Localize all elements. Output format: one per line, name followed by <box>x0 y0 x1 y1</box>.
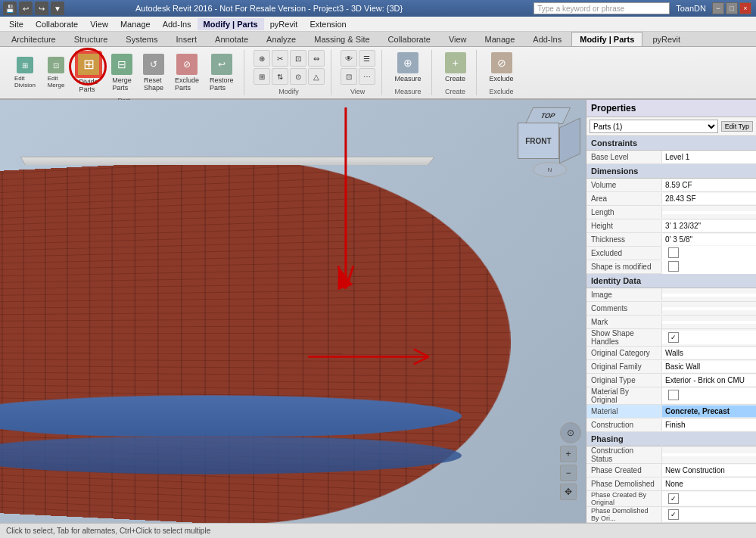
status-text: Click to select, Tab for alternates, Ctr… <box>6 527 210 535</box>
nav-tools: ⊙ + − ✥ <box>560 422 581 500</box>
prop-row-volume: Volume 8.59 CF <box>586 179 756 192</box>
modify-btn-5[interactable]: ⊞ <box>254 68 270 85</box>
edit-merge-btn[interactable]: ⊡ EditMerge <box>42 54 70 91</box>
tab-modify-parts[interactable]: Modify | Parts <box>571 32 642 46</box>
section-identity: Identity Data <box>586 274 756 288</box>
tab-systems[interactable]: Systems <box>117 32 166 46</box>
material-by-original-checkbox[interactable] <box>668 390 679 400</box>
prop-value-show-handles <box>662 331 756 344</box>
menu-extension[interactable]: Extension <box>303 18 352 30</box>
prop-value-comments[interactable] <box>662 307 756 310</box>
reset-shape-label: ResetShape <box>144 76 163 92</box>
ribbon-group-modify: ⊕ ✂ ⊡ ⇔ ⊞ ⇅ ⊙ △ Modify <box>247 50 331 95</box>
tab-annotate[interactable]: Annotate <box>207 32 257 46</box>
prop-value-mark[interactable] <box>662 321 756 324</box>
nav-zoom-btn[interactable]: + <box>560 446 577 462</box>
undo-btn[interactable]: ↩ <box>19 2 33 15</box>
prop-label-base-level: Base Level <box>586 151 662 163</box>
prop-row-original-family: Original Family Basic Wall <box>586 360 756 374</box>
tab-pyrevit[interactable]: pyRevit <box>644 32 689 46</box>
view-btn-2[interactable]: ☰ <box>359 50 375 67</box>
viewcube-side[interactable] <box>559 117 580 163</box>
viewport[interactable]: TOP FRONT N ⊙ + − ✥ <box>0 100 586 523</box>
tab-architecture[interactable]: Architecture <box>3 32 64 46</box>
view-btn-3[interactable]: ⊡ <box>341 68 357 85</box>
menu-addins[interactable]: Add-Ins <box>157 18 198 30</box>
reset-shape-btn[interactable]: ↺ ResetShape <box>139 51 168 94</box>
prop-type-selector[interactable]: Parts (1) Edit Typ <box>586 117 756 136</box>
prop-value-material[interactable]: Concrete, Precast <box>662 406 756 417</box>
prop-row-base-level: Base Level Level 1 <box>586 151 756 164</box>
prop-value-original-category: Walls <box>662 347 756 359</box>
modify-btn-3[interactable]: ⊡ <box>290 50 306 67</box>
prop-row-original-category: Original Category Walls <box>586 347 756 360</box>
tab-manage[interactable]: Manage <box>477 32 524 46</box>
minimize-btn[interactable]: − <box>712 2 724 14</box>
merge-parts-btn[interactable]: ⊟ MergeParts <box>107 51 136 94</box>
prop-type-dropdown[interactable]: Parts (1) <box>590 120 718 133</box>
nav-wheel-btn[interactable]: ⊙ <box>560 422 581 443</box>
modify-btn-7[interactable]: ⊙ <box>290 68 306 85</box>
save-btn[interactable]: 💾 <box>3 2 17 15</box>
modify-btn-6[interactable]: ⇅ <box>272 68 288 85</box>
prop-value-base-level[interactable]: Level 1 <box>662 151 756 163</box>
menu-collaborate[interactable]: Collaborate <box>30 18 84 30</box>
prop-label-thickness: Thickness <box>586 234 662 245</box>
redo-btn[interactable]: ↪ <box>35 2 48 15</box>
search-bar[interactable]: Type a keyword or phrase <box>534 2 670 14</box>
restore-parts-btn[interactable]: ↩ RestoreParts <box>206 51 238 94</box>
edit-merge-icon: ⊡ <box>48 57 64 73</box>
window-controls[interactable]: − □ × <box>712 2 751 14</box>
menu-view[interactable]: View <box>84 18 114 30</box>
tab-addins[interactable]: Add-Ins <box>524 32 570 46</box>
prop-row-height: Height 3' 1 23/32" <box>586 219 756 233</box>
edit-division-btn[interactable]: ⊞ EditDivision <box>11 54 39 91</box>
viewcube-top[interactable]: TOP <box>525 107 571 124</box>
phase-demolished-by-original-checkbox[interactable] <box>668 509 679 520</box>
nav-pan-btn[interactable]: ✥ <box>560 484 577 500</box>
viewcube-compass[interactable]: N <box>533 162 567 177</box>
exclude-btn[interactable]: ⊘ Exclude <box>486 50 518 85</box>
shape-modified-checkbox[interactable] <box>668 261 679 272</box>
show-handles-checkbox[interactable] <box>668 332 679 343</box>
quick-access-toolbar[interactable]: 💾 ↩ ↪ ▼ <box>3 2 64 15</box>
prop-value-construction: Finish <box>662 419 756 431</box>
excluded-checkbox[interactable] <box>668 247 679 258</box>
phase-created-by-original-checkbox[interactable] <box>668 493 679 504</box>
divide-parts-label: DivideParts <box>79 78 98 93</box>
divide-parts-btn[interactable]: ⊞ DivideParts <box>73 50 104 95</box>
create-btn[interactable]: + Create <box>441 50 470 85</box>
menu-modify-parts[interactable]: Modify | Parts <box>198 18 264 30</box>
ribbon-group-exclude-label: Exclude <box>490 88 514 95</box>
modify-btn-4[interactable]: ⇔ <box>308 50 325 67</box>
options-btn[interactable]: ▼ <box>51 2 64 15</box>
viewcube[interactable]: TOP FRONT N <box>518 107 578 168</box>
ribbon-create-btns: + Create <box>441 50 470 85</box>
edit-type-btn[interactable]: Edit Typ <box>721 121 753 132</box>
menu-pyrevit[interactable]: pyRevit <box>264 18 304 30</box>
exclude-parts-btn[interactable]: ⊘ ExcludeParts <box>171 51 203 94</box>
restore-btn[interactable]: □ <box>726 2 738 14</box>
nav-zoomout-btn[interactable]: − <box>560 465 577 481</box>
modify-btn-2[interactable]: ✂ <box>272 50 288 67</box>
menu-manage[interactable]: Manage <box>114 18 157 30</box>
view-btn-4[interactable]: ⋯ <box>359 68 375 85</box>
viewcube-front[interactable]: FRONT <box>518 123 559 159</box>
menu-site[interactable]: Site <box>3 18 30 30</box>
close-btn[interactable]: × <box>739 2 751 14</box>
measure-btn[interactable]: ⊕ Measure <box>391 50 425 85</box>
exclude-parts-label: ExcludeParts <box>175 76 199 92</box>
view-btn-1[interactable]: 👁 <box>341 50 357 67</box>
tab-analyze[interactable]: Analyze <box>258 32 304 46</box>
tab-collaborate[interactable]: Collaborate <box>380 32 439 46</box>
modify-btn-1[interactable]: ⊕ <box>254 50 270 67</box>
ribbon-buttons-geometry: ⊞ EditDivision ⊡ EditMerge ⊞ DivideParts <box>11 50 238 95</box>
menu-bar: Site Collaborate View Manage Add-Ins Mod… <box>0 17 756 32</box>
tab-structure[interactable]: Structure <box>66 32 117 46</box>
prop-value-image[interactable] <box>662 294 756 297</box>
tab-massing[interactable]: Massing & Site <box>306 32 378 46</box>
modify-btn-8[interactable]: △ <box>308 68 325 85</box>
tab-view[interactable]: View <box>440 32 475 46</box>
tab-insert[interactable]: Insert <box>168 32 206 46</box>
ribbon-group-geometry: ⊞ EditDivision ⊡ EditMerge ⊞ DivideParts <box>5 50 244 95</box>
